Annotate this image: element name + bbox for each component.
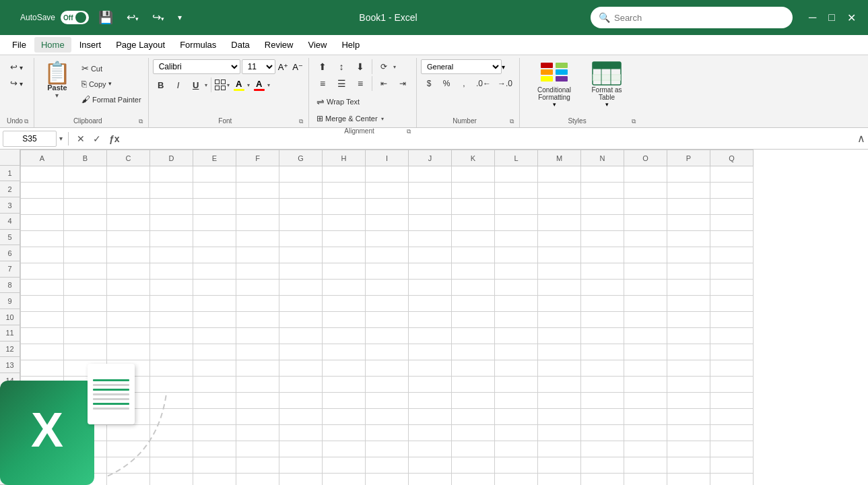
grid-cell[interactable] (323, 199, 366, 215)
grid-cell[interactable] (452, 344, 495, 360)
format-painter-button[interactable]: 🖌 Format Painter (79, 92, 144, 106)
grid-cell[interactable] (366, 280, 409, 296)
grid-cell[interactable] (409, 441, 452, 457)
format-as-table-button[interactable]: Format asTable ▾ (582, 59, 631, 110)
grid-cell[interactable] (624, 199, 667, 215)
menu-view[interactable]: View (301, 37, 333, 53)
grid-cell[interactable] (236, 280, 279, 296)
grid-cell[interactable] (236, 377, 279, 393)
grid-cell[interactable] (150, 231, 193, 247)
row-header-14[interactable]: 14 (0, 373, 20, 389)
row-header-8[interactable]: 8 (0, 278, 20, 294)
grid-cell[interactable] (323, 425, 366, 441)
font-size-decrease[interactable]: A⁻ (291, 61, 304, 73)
maximize-button[interactable]: □ (823, 9, 840, 27)
align-left-button[interactable]: ≡ (314, 76, 331, 91)
grid-cell[interactable] (21, 474, 64, 486)
col-header-n[interactable]: N (581, 150, 624, 166)
grid-cell[interactable] (21, 425, 64, 441)
grid-cell[interactable] (495, 457, 538, 474)
grid-cell[interactable] (323, 441, 366, 457)
grid-cell[interactable] (323, 328, 366, 344)
col-header-m[interactable]: M (538, 150, 581, 166)
grid-cell[interactable] (667, 409, 710, 425)
grid-cell[interactable] (538, 344, 581, 360)
grid-cell[interactable] (150, 409, 193, 425)
grid-cell[interactable] (581, 393, 624, 409)
grid-cell[interactable] (193, 215, 236, 231)
grid-cell[interactable] (64, 409, 107, 425)
grid-cell[interactable] (236, 231, 279, 247)
grid-cell[interactable] (279, 215, 323, 231)
grid-cell[interactable] (236, 425, 279, 441)
grid-cell[interactable] (236, 166, 279, 183)
grid-cell[interactable] (495, 360, 538, 377)
font-name-select[interactable]: Calibri (153, 59, 240, 74)
grid-cell[interactable] (236, 247, 279, 263)
grid-cell[interactable] (366, 377, 409, 393)
grid-cell[interactable] (538, 263, 581, 280)
grid-cell[interactable] (581, 474, 624, 486)
row-header-1[interactable]: 1 (0, 166, 20, 182)
grid-cell[interactable] (710, 377, 754, 393)
grid-cell[interactable] (64, 441, 107, 457)
grid-cell[interactable] (64, 328, 107, 344)
grid-cell[interactable] (667, 393, 710, 409)
grid-cell[interactable] (150, 344, 193, 360)
grid-cell[interactable] (452, 280, 495, 296)
grid-cell[interactable] (710, 215, 754, 231)
grid-cell[interactable] (624, 393, 667, 409)
grid-cell[interactable] (452, 425, 495, 441)
grid-cell[interactable] (452, 360, 495, 377)
grid-cell[interactable] (279, 377, 323, 393)
grid-cell[interactable] (452, 166, 495, 183)
clipboard-expand[interactable]: ⧉ (137, 118, 144, 125)
grid-cell[interactable] (107, 312, 150, 328)
grid-cell[interactable] (150, 296, 193, 312)
grid-cell[interactable] (538, 312, 581, 328)
grid-cell[interactable] (193, 441, 236, 457)
grid-cell[interactable] (150, 328, 193, 344)
grid-cell[interactable] (323, 344, 366, 360)
grid-cell[interactable] (409, 280, 452, 296)
undo-button[interactable]: ↩▾ (123, 9, 143, 26)
grid-cell[interactable] (21, 183, 64, 199)
grid-cell[interactable] (581, 328, 624, 344)
grid-cell[interactable] (64, 312, 107, 328)
grid-cell[interactable] (279, 247, 323, 263)
grid-cell[interactable] (150, 312, 193, 328)
grid-cell[interactable] (323, 166, 366, 183)
grid-cell[interactable] (150, 360, 193, 377)
menu-review[interactable]: Review (258, 37, 300, 53)
grid-cell[interactable] (624, 457, 667, 474)
grid-cell[interactable] (323, 183, 366, 199)
grid-cell[interactable] (323, 393, 366, 409)
grid-cell[interactable] (409, 312, 452, 328)
grid-cell[interactable] (193, 166, 236, 183)
cell-ref-box[interactable]: S35 (3, 131, 57, 147)
grid-cell[interactable] (452, 457, 495, 474)
grid-cell[interactable] (495, 231, 538, 247)
menu-home[interactable]: Home (34, 37, 71, 53)
italic-button[interactable]: I (170, 77, 187, 92)
grid-cell[interactable] (452, 199, 495, 215)
col-header-p[interactable]: P (667, 150, 710, 166)
grid-cell[interactable] (279, 183, 323, 199)
grid-cell[interactable] (323, 263, 366, 280)
grid-cell[interactable] (581, 457, 624, 474)
grid-cell[interactable] (193, 425, 236, 441)
grid-cell[interactable] (409, 344, 452, 360)
app-icon-button[interactable] (7, 9, 15, 26)
redo-button-ribbon[interactable]: ↪ ▾ (7, 75, 29, 90)
grid-cell[interactable] (107, 183, 150, 199)
grid-cell[interactable] (409, 215, 452, 231)
grid-cell[interactable] (538, 360, 581, 377)
grid-cell[interactable] (452, 409, 495, 425)
grid-cell[interactable] (193, 344, 236, 360)
paste-button[interactable]: 📋 Paste ▾ (38, 59, 76, 102)
grid-cell[interactable] (150, 263, 193, 280)
grid-cell[interactable] (150, 474, 193, 486)
grid-cell[interactable] (409, 166, 452, 183)
grid-cell[interactable] (452, 231, 495, 247)
grid-cell[interactable] (495, 441, 538, 457)
